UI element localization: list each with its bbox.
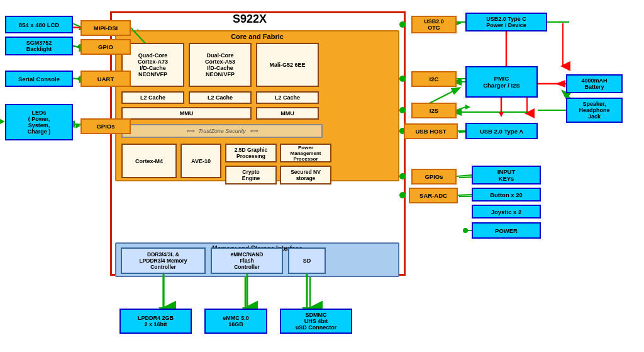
crypto-engine-block: CryptoEngine xyxy=(225,166,277,185)
serial-console-box: Serial Console xyxy=(5,71,73,87)
chip-title: S922X xyxy=(233,13,267,26)
l2-cache-mali: L2 Cache xyxy=(256,91,319,104)
i2s-box: I2S xyxy=(411,103,457,118)
joystic-2-box: Joystic x 2 xyxy=(472,205,541,219)
leds-box: LEDs( Power,System,Charge ) xyxy=(5,104,73,140)
gpios-left-box: GPIOs xyxy=(80,118,131,134)
svg-point-59 xyxy=(463,228,468,233)
core-fabric-title: Core and Fabric xyxy=(116,31,398,40)
sdmmc-box: SDMMCUHS 4bituSD Connector xyxy=(280,309,352,334)
emmc-ext-box: eMMC 5.016GB xyxy=(204,309,267,334)
mali-block: Mali-G52 6EE xyxy=(256,43,319,87)
gpios-right-box: GPIOs xyxy=(411,169,457,185)
mmu-mali: MMU xyxy=(256,107,319,120)
sd-block: SD xyxy=(288,247,326,274)
svg-marker-38 xyxy=(0,119,5,124)
dual-core-label: Dual-CoreCortex-A53I/D-CacheNEON/VFP xyxy=(205,52,235,77)
dual-core-block: Dual-CoreCortex-A53I/D-CacheNEON/VFP xyxy=(189,43,252,87)
ddr-controller-block: DDR3/4/3L &LPDDR3/4 MemoryController xyxy=(121,247,206,274)
emmc-controller-block: eMMC/NANDFlashController xyxy=(211,247,283,274)
trustzone-label: TrustZone Security xyxy=(198,128,245,134)
power-box: POWER xyxy=(472,222,541,239)
power-mgmt-block: PowerManagementProcessor xyxy=(280,144,331,162)
trustzone-banner: ⟺ TrustZone Security ⟺ xyxy=(121,124,323,138)
graphic-processing-block: 2.5D GraphicProcessing xyxy=(225,144,277,162)
mipi-dsi-box: MIPI-DSI xyxy=(80,20,131,36)
pmic-box: PMICCharger / I2S xyxy=(465,66,538,98)
svg-marker-48 xyxy=(499,112,504,117)
quad-core-label: Quad-CoreCortex-A73I/D-CacheNEON/VFP xyxy=(138,52,168,77)
l2-cache-a53: L2 Cache xyxy=(189,91,252,104)
battery-box: 4000mAHBattery xyxy=(566,74,623,93)
mmu-a73-a53: MMU xyxy=(121,107,252,120)
usb-type-c-box: USB2.0 Type CPower / Device xyxy=(465,13,547,31)
usb-host-box: USB HOST xyxy=(404,123,458,139)
cortex-m4-block: Cortex-M4 xyxy=(121,144,177,178)
secured-nv-block: Secured NVstorage xyxy=(280,166,331,185)
svg-marker-36 xyxy=(75,123,80,128)
usb-type-a-box: USB 2.0 Type A xyxy=(465,123,538,139)
l2-cache-a73: L2 Cache xyxy=(121,91,184,104)
input-keys-box: INPUTKEYs xyxy=(472,166,541,185)
ave10-block: AVE-10 xyxy=(180,144,221,178)
sar-adc-box: SAR-ADC xyxy=(409,188,458,203)
svg-line-57 xyxy=(458,195,472,195)
lcd-box: 854 x 480 LCD xyxy=(5,16,73,33)
lpddr4-box: LPDDR4 2GB2 x 16bit xyxy=(119,309,192,334)
speaker-box: Speaker,HeadphoneJack xyxy=(566,98,623,123)
gpio-display-box: GPIO xyxy=(80,39,131,55)
svg-line-49 xyxy=(457,107,465,110)
diagram: S922X Core and Fabric Quad-CoreCortex-A7… xyxy=(0,0,644,352)
quad-core-block: Quad-CoreCortex-A73I/D-CacheNEON/VFP xyxy=(121,43,184,87)
i2c-box: I2C xyxy=(411,71,457,87)
usb-otg-box: USB2.0OTG xyxy=(411,16,457,33)
svg-marker-50 xyxy=(465,105,470,110)
mali-label: Mali-G52 6EE xyxy=(269,62,305,68)
uart-box: UART xyxy=(80,71,131,87)
backlight-box: SGM3752Backlight xyxy=(5,37,73,55)
svg-line-55 xyxy=(457,175,472,176)
button-20-box: Button x 20 xyxy=(472,188,541,202)
